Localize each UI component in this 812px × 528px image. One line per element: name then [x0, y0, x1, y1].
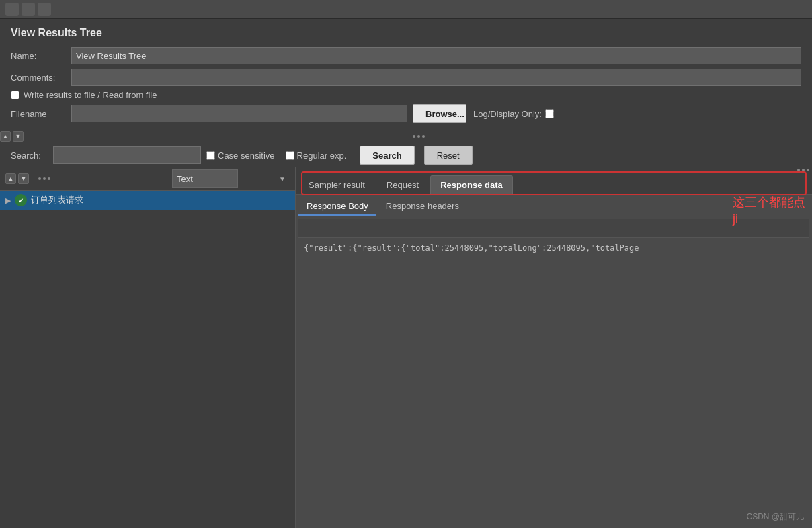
left-down-arrow[interactable]: ▼ — [18, 173, 29, 184]
write-results-label: Write results to file / Read from file — [24, 90, 157, 100]
name-label: Name: — [11, 51, 71, 61]
tab-request[interactable]: Request — [376, 175, 429, 194]
form-section: Name: Comments: Write results to file / … — [0, 44, 812, 130]
response-toolbar — [298, 219, 809, 238]
panel-title: View Results Tree — [0, 19, 812, 44]
right-dot-3 — [807, 169, 809, 171]
toolbar-icon-1 — [5, 3, 19, 16]
left-dots — [38, 176, 50, 181]
tabs-row: Sampler result Request Response data — [296, 173, 812, 195]
comments-input[interactable] — [71, 69, 801, 86]
response-area: {"result":{"result":{"total":25448095,"t… — [296, 216, 812, 528]
sub-tab-response-body[interactable]: Response Body — [298, 197, 376, 216]
response-body: {"result":{"result":{"total":25448095,"t… — [298, 238, 809, 258]
toolbar-icon-2 — [22, 3, 35, 16]
search-button[interactable]: Search — [360, 146, 414, 165]
filename-input[interactable] — [71, 105, 407, 122]
name-input[interactable] — [71, 47, 801, 64]
filename-row: Filename Browse... Log/Display Only: — [11, 104, 801, 123]
dot-2 — [417, 135, 420, 138]
tree-arrow-icon: ▶ — [5, 196, 11, 205]
case-sensitive-checkbox[interactable] — [206, 151, 215, 160]
log-display-label: Log/Display Only: — [473, 109, 542, 119]
left-up-arrow[interactable]: ▲ — [5, 173, 16, 184]
log-display-checkbox[interactable] — [545, 109, 554, 118]
tree-list: ▶ ✔ 订单列表请求 — [0, 191, 295, 528]
search-label: Search: — [11, 150, 48, 161]
right-panel: Sampler result Request Response data Res… — [296, 167, 812, 528]
write-results-row: Write results to file / Read from file — [11, 90, 801, 100]
case-sensitive-label: Case sensitive — [206, 150, 275, 161]
top-toolbar — [0, 0, 812, 19]
dot-1 — [413, 135, 415, 138]
filename-label: Filename — [11, 109, 71, 119]
right-dot-1 — [797, 169, 800, 171]
regular-exp-label: Regular exp. — [286, 150, 347, 161]
sub-tab-response-headers[interactable]: Response headers — [378, 197, 467, 216]
sub-tabs-row: Response Body Response headers — [296, 195, 812, 216]
search-row: Search: Case sensitive Regular exp. Sear… — [0, 143, 812, 167]
browse-button[interactable]: Browse... — [413, 104, 466, 123]
tab-response-data[interactable]: Response data — [430, 175, 512, 194]
tree-status-icon: ✔ — [15, 194, 27, 206]
left-toolbar: ▲ ▼ Text XML HTML JSON Regexp Tester — [0, 167, 295, 191]
comments-row: Comments: — [11, 69, 801, 86]
regular-exp-checkbox[interactable] — [286, 151, 294, 160]
format-dropdown-wrapper: Text XML HTML JSON Regexp Tester — [172, 169, 290, 188]
reset-button[interactable]: Reset — [424, 146, 473, 165]
name-row: Name: — [11, 47, 801, 64]
tab-sampler-result[interactable]: Sampler result — [298, 175, 375, 194]
write-results-checkbox[interactable] — [11, 91, 19, 99]
tree-item[interactable]: ▶ ✔ 订单列表请求 — [0, 191, 295, 210]
dot-3 — [422, 135, 425, 138]
tree-item-label: 订单列表请求 — [31, 194, 83, 206]
left-panel: ▲ ▼ Text XML HTML JSON Regexp Tester — [0, 167, 296, 528]
down-arrow-btn[interactable]: ▼ — [13, 131, 24, 142]
main-panel: View Results Tree Name: Comments: Write … — [0, 19, 812, 528]
format-dropdown[interactable]: Text XML HTML JSON Regexp Tester — [172, 169, 238, 188]
up-arrow-btn[interactable]: ▲ — [0, 131, 11, 142]
right-dot-2 — [802, 169, 805, 171]
toolbar-icon-3 — [38, 3, 51, 16]
comments-label: Comments: — [11, 73, 71, 83]
watermark: CSDN @甜可儿 — [746, 511, 804, 523]
content-area: ▲ ▼ Text XML HTML JSON Regexp Tester — [0, 167, 812, 528]
divider-top: ▲ ▼ — [0, 130, 812, 143]
right-dots-bar — [296, 167, 812, 173]
search-input[interactable] — [53, 146, 201, 164]
